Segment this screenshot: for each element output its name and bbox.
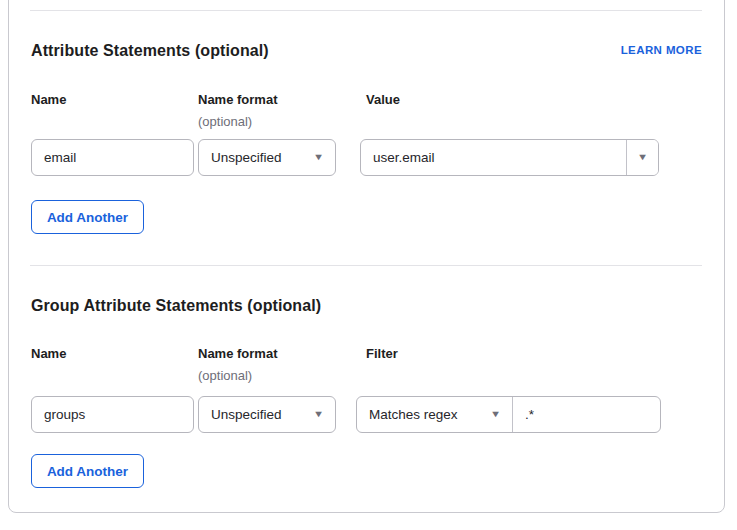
group-filter-value-input[interactable] [513, 397, 660, 432]
group-filter-combo: Matches regex ▼ [356, 396, 661, 433]
group-attribute-name-format-select[interactable]: Unspecified ▼ [198, 396, 336, 433]
chevron-down-icon: ▼ [637, 153, 648, 162]
chevron-down-icon: ▼ [313, 410, 324, 419]
chevron-down-icon: ▼ [313, 153, 324, 162]
chevron-down-icon: ▼ [490, 410, 501, 419]
column-header-name-format: Name format [198, 346, 277, 361]
attribute-value-dropdown-button[interactable]: ▼ [626, 140, 658, 175]
add-another-attribute-button[interactable]: Add Another [31, 200, 144, 234]
name-format-optional-note: (optional) [198, 368, 252, 383]
attribute-value-combo: ▼ [360, 139, 659, 176]
add-another-group-attribute-button[interactable]: Add Another [31, 454, 144, 488]
column-header-name-format: Name format [198, 92, 277, 107]
group-attribute-statements-title: Group Attribute Statements (optional) [31, 297, 321, 315]
column-header-name: Name [31, 92, 66, 107]
attribute-name-format-select[interactable]: Unspecified ▼ [198, 139, 336, 176]
name-format-optional-note: (optional) [198, 114, 252, 129]
section-divider [30, 10, 702, 11]
attribute-statements-title: Attribute Statements (optional) [31, 42, 269, 60]
column-header-value: Value [366, 92, 400, 107]
attribute-name-format-value: Unspecified [211, 150, 282, 165]
group-filter-type-value: Matches regex [369, 407, 458, 422]
attribute-name-input[interactable] [31, 139, 194, 176]
column-header-name: Name [31, 346, 66, 361]
form-card [8, 0, 725, 513]
section-divider [30, 265, 702, 266]
learn-more-link[interactable]: LEARN MORE [621, 44, 702, 56]
attribute-value-input[interactable] [361, 140, 626, 175]
settings-page: Attribute Statements (optional) LEARN MO… [0, 0, 737, 530]
group-filter-type-select[interactable]: Matches regex ▼ [357, 397, 513, 432]
column-header-filter: Filter [366, 346, 398, 361]
group-attribute-name-input[interactable] [31, 396, 194, 433]
group-attribute-name-format-value: Unspecified [211, 407, 282, 422]
